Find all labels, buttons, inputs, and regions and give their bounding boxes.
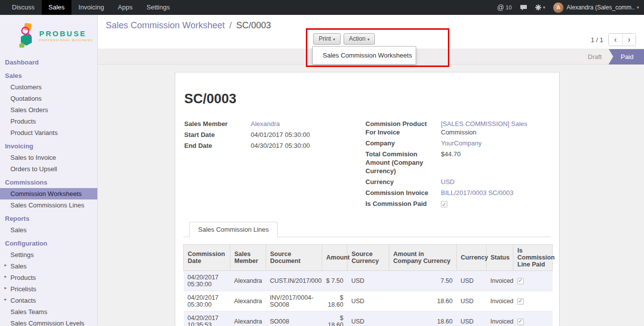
topbar-menu-apps[interactable]: Apps — [111, 0, 140, 15]
cell-member: Alexandra — [230, 291, 266, 312]
messages-button[interactable] — [520, 4, 527, 11]
line-paid-checkbox[interactable] — [517, 298, 524, 305]
print-button-label: Print — [319, 35, 331, 42]
cell-member: Alexandra — [230, 312, 266, 326]
field-value-sales-member[interactable]: Alexandra — [251, 120, 365, 128]
cell-line-paid — [513, 271, 553, 291]
col-header-sales-member[interactable]: Sales Member — [230, 245, 266, 271]
pager-previous-button[interactable]: ‹ — [609, 34, 622, 46]
cell-status: Invoiced — [487, 271, 513, 291]
col-header-amount-company-currency[interactable]: Amount in Company Currency — [389, 245, 457, 271]
sidebar-item-products[interactable]: Products — [0, 116, 97, 127]
col-header-source-document[interactable]: Source Document — [266, 245, 322, 271]
line-paid-checkbox[interactable] — [517, 278, 524, 284]
topbar-menu-discuss[interactable]: Discuss — [5, 0, 42, 15]
breadcrumb-parent-link[interactable]: Sales Commission Worksheet — [106, 20, 225, 30]
sidebar-item-sales-orders[interactable]: Sales Orders — [0, 104, 97, 116]
logo-subtitle: PROFESSIONAL BUSINESS — [39, 39, 93, 42]
sidebar-heading-dashboard[interactable]: Dashboard — [0, 57, 97, 68]
sidebar-item-label: Contacts — [10, 297, 36, 304]
col-header-line-paid[interactable]: Is Commission Line Paid — [513, 245, 553, 271]
sidebar-item-orders-to-upsell[interactable]: Orders to Upsell — [0, 163, 97, 175]
col-header-source-currency[interactable]: Source Currency — [348, 245, 389, 271]
user-menu-button[interactable]: A Alexandra (Sales_comm.. ▾ — [553, 2, 639, 13]
table-row[interactable]: 04/20/2017 05:30:00 Alexandra CUST.IN/20… — [184, 271, 553, 291]
expand-arrow-icon[interactable]: ▸ — [4, 297, 7, 302]
sidebar-item-sales-commissions-lines[interactable]: Sales Commissions Lines — [0, 199, 97, 211]
topbar-menus: Discuss Sales Invoicing Apps Settings — [0, 0, 177, 15]
mention-button[interactable]: @ 10 — [497, 3, 511, 11]
print-button[interactable]: Print▾ — [313, 33, 341, 45]
commission-product-link[interactable]: [SALES COMMISSION] Sales — [441, 120, 550, 128]
debug-menu-button[interactable]: ▾ — [535, 4, 546, 10]
topbar-menu-invoicing[interactable]: Invoicing — [72, 0, 111, 15]
col-header-amount[interactable]: Amount — [322, 245, 348, 271]
fields-left-column: Sales Member Alexandra Start Date 04/01/… — [184, 120, 365, 210]
action-button-label: Action — [349, 35, 365, 42]
action-button[interactable]: Action▾ — [344, 33, 375, 45]
field-value-currency[interactable]: USD — [441, 178, 550, 186]
table-row[interactable]: 04/20/2017 05:30:00 Alexandra INV/2017/0… — [184, 291, 553, 312]
tab-sales-commission-lines[interactable]: Sales Commission Lines — [189, 222, 278, 237]
systray: @ 10 ▾ A Alexandra (Sales_comm.. ▾ — [489, 0, 644, 15]
pager: 1 / 1 ‹ › — [591, 33, 636, 46]
col-header-status[interactable]: Status — [487, 245, 513, 271]
sidebar-item-reports-sales[interactable]: Sales — [0, 224, 97, 236]
field-label-end-date: End Date — [184, 141, 251, 150]
chevron-down-icon: ▾ — [637, 5, 639, 10]
cell-source-currency: USD — [348, 271, 389, 291]
col-header-currency[interactable]: Currency — [457, 245, 487, 271]
statusbar: Draft Paid — [581, 49, 644, 65]
sidebar-item-commission-worksheets[interactable]: Commission Worksheets — [0, 188, 97, 199]
top-navbar: Discuss Sales Invoicing Apps Settings @ … — [0, 0, 644, 15]
sidebar-item-label: Sales — [10, 262, 27, 270]
field-value-commission-invoice[interactable]: BILL/2017/0003 SC/0003 — [441, 189, 550, 197]
sidebar-item-settings[interactable]: Settings — [0, 249, 97, 261]
line-paid-checkbox[interactable] — [517, 319, 524, 325]
sidebar-heading-invoicing[interactable]: Invoicing — [0, 140, 97, 152]
field-label-company: Company — [365, 139, 441, 147]
col-header-commission-date[interactable]: Commission Date — [184, 245, 230, 271]
sidebar-heading-reports[interactable]: Reports — [0, 213, 97, 224]
field-label-commission-invoice: Commission Invoice — [365, 189, 441, 197]
breadcrumb-current: SC/0003 — [236, 20, 271, 30]
expand-arrow-icon[interactable]: ▸ — [4, 285, 7, 290]
sidebar-item-product-variants[interactable]: Product Variants — [0, 127, 97, 138]
table-row[interactable]: 04/20/2017 10:35:53 Alexandra SO008 $ 18… — [184, 312, 553, 326]
cell-source: SO008 — [266, 312, 322, 326]
field-value-company[interactable]: YourCompany — [441, 139, 550, 147]
sidebar-item-config-products[interactable]: ▸Products — [0, 272, 97, 283]
sidebar-item-pricelists[interactable]: ▸Pricelists — [0, 283, 97, 295]
breadcrumb: Sales Commission Worksheet / SC/0003 — [106, 20, 271, 31]
status-paid[interactable]: Paid — [609, 49, 644, 65]
sidebar-heading-sales[interactable]: Sales — [0, 70, 97, 81]
field-label-total-commission: Total Commision Amount (Company Currency… — [365, 150, 441, 175]
field-value-commission-product[interactable]: [SALES COMMISSION] Sales Commission — [441, 120, 550, 136]
dropdown-item-sales-commission-worksheets[interactable]: Sales Commission Worksheets — [313, 49, 416, 62]
status-draft[interactable]: Draft — [581, 49, 609, 65]
pager-next-button[interactable]: › — [622, 34, 636, 46]
cell-line-paid — [513, 291, 553, 312]
topbar-menu-settings[interactable]: Settings — [140, 0, 177, 15]
sidebar-item-sales-commission-levels[interactable]: Sales Commission Levels — [0, 318, 97, 326]
sidebar-item-contacts[interactable]: ▸Contacts — [0, 295, 97, 306]
action-buttons: Print▾ Action▾ — [313, 33, 375, 45]
sidebar-item-config-sales[interactable]: ▸Sales — [0, 261, 97, 272]
sidebar-heading-commissions[interactable]: Commissions — [0, 177, 97, 188]
form-fields: Sales Member Alexandra Start Date 04/01/… — [183, 120, 551, 210]
topbar-menu-sales[interactable]: Sales — [42, 0, 72, 15]
is-commission-paid-checkbox[interactable] — [441, 201, 447, 207]
sidebar-item-sales-teams[interactable]: Sales Teams — [0, 306, 97, 318]
chevron-down-icon: ▾ — [333, 37, 335, 42]
field-label-start-date: Start Date — [184, 130, 251, 139]
expand-arrow-icon[interactable]: ▸ — [4, 262, 7, 267]
form-sheet: SC/0003 Sales Member Alexandra Start Dat… — [175, 72, 560, 326]
sidebar-item-customers[interactable]: Customers — [0, 81, 97, 93]
sidebar-item-quotations[interactable]: Quotations — [0, 93, 97, 104]
probuse-logo: PROBUSE PROFESSIONAL BUSINESS — [0, 15, 97, 55]
sidebar-heading-configuration[interactable]: Configuration — [0, 238, 97, 249]
sidebar-item-sales-to-invoice[interactable]: Sales to Invoice — [0, 152, 97, 163]
field-label-is-commission-paid: Is Commission Paid — [365, 199, 441, 208]
cell-status: Invoiced — [487, 291, 513, 312]
expand-arrow-icon[interactable]: ▸ — [4, 274, 7, 279]
